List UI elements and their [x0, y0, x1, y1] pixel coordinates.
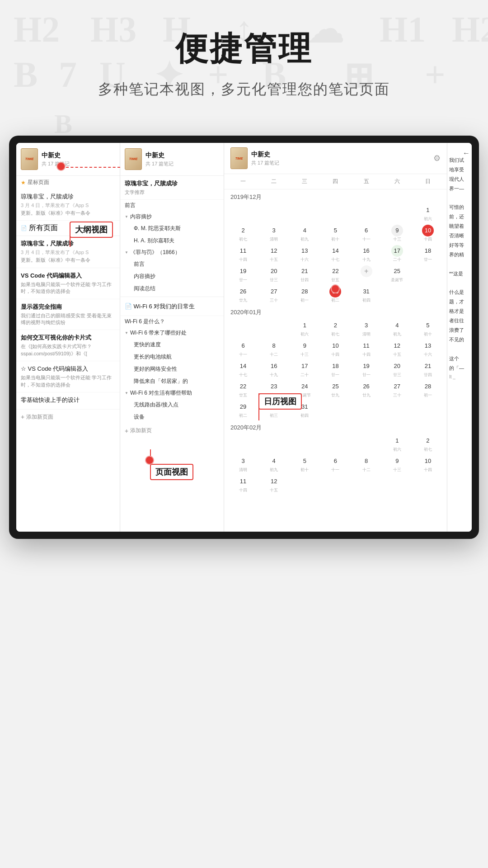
cal-cell[interactable]: 5初十 — [289, 454, 320, 474]
list-item[interactable]: VS Code 代码编辑器入 如果当电脑只能装一个软件还能 学习工作时，不知道你… — [16, 268, 120, 299]
cal-cell[interactable]: 12十五 — [258, 244, 289, 264]
cal-cell[interactable]: 18廿一 — [413, 244, 443, 264]
list-item-title: 零基础快读上手的设计 — [21, 396, 115, 404]
triangle-icon: ▼ — [125, 391, 128, 395]
weekday-sat: 六 — [382, 176, 413, 187]
cal-cell[interactable]: 27三十 — [382, 379, 413, 400]
cal-cell[interactable]: 3清明 — [228, 454, 258, 474]
outline-wifi3: ▼ Wi-Fi 6 对生活有哪些帮助 — [120, 387, 224, 399]
outline-item: 更长的电池续航 — [120, 351, 224, 363]
cal-cell[interactable]: 28初一 — [289, 284, 320, 305]
cal-cell[interactable]: 11十四 — [228, 474, 258, 495]
cal-cell[interactable]: 8十二 — [258, 339, 289, 359]
cal-grid-feb: 1初六 2初七 3清明 4初九 5初十 6十一 8十二 9十三 10十四 11十… — [224, 434, 447, 495]
cal-cell[interactable]: 12十五 — [382, 339, 413, 359]
cal-cell[interactable]: 19廿一 — [351, 359, 382, 379]
cal-cell[interactable]: 25廿九 — [320, 379, 351, 400]
cal-cell — [351, 203, 382, 223]
cal-cell[interactable]: 17二十 — [382, 244, 413, 264]
cal-cell[interactable]: 8十二 — [351, 454, 382, 474]
list-item[interactable]: 零基础快读上手的设计 — [16, 392, 120, 410]
list-item[interactable]: 琼瑰非宝，尺牍成珍 3 月 4 日，苹果发布了《App S 更新。新版《标准》中… — [16, 189, 120, 221]
device-mockup: TIME 中新史 共 17 篇笔记 ★ 星标页面 — [9, 136, 479, 539]
cal-cell[interactable]: 30 初二 — [320, 284, 351, 305]
cal-add-cell[interactable]: + — [351, 264, 382, 284]
wifi-section-title: 📄 Wi-Fi 6 对我们的日常生 — [120, 299, 224, 316]
list-item-excerpt: 我们通过自己的眼睛感受实世 受着毫无束缚的视野与绚烂缤纷 — [21, 312, 115, 326]
cal-add-btn[interactable]: + — [361, 265, 372, 277]
cal-cell[interactable]: 27三十 — [258, 284, 289, 305]
cal-cell[interactable]: 26廿九 — [351, 379, 382, 400]
cal-cell[interactable]: 25圣诞节 — [382, 264, 413, 284]
panel-reading: ← 我们试 地享受 现代人 界一— 可惜的 前，还 眺望着 否清晰 好等等 界的… — [447, 143, 472, 532]
cal-cell[interactable]: 28初一 — [413, 379, 443, 400]
notebook-name-list: 中新史 — [42, 151, 70, 160]
list-item-title: 显示器完全指南 — [21, 303, 115, 311]
cal-cell[interactable]: 20廿三 — [258, 264, 289, 284]
cal-cell[interactable]: 20廿三 — [382, 359, 413, 379]
cal-cell[interactable]: 16十九 — [258, 359, 289, 379]
cal-cell[interactable]: 22廿五 — [320, 264, 351, 284]
cal-cell[interactable]: 11十四 — [351, 339, 382, 359]
cal-cell[interactable]: 6十一 — [228, 339, 258, 359]
add-icon: + — [125, 427, 128, 434]
cal-cell[interactable]: 31初四 — [351, 284, 382, 305]
cal-cell[interactable]: 1初六 — [413, 203, 443, 223]
cal-cell[interactable]: 17二十 — [289, 359, 320, 379]
cal-cell — [289, 434, 320, 454]
cal-cell[interactable]: 11十四 — [228, 244, 258, 264]
cursor-dot-3 — [331, 284, 340, 293]
cal-cell[interactable]: 4初九 — [289, 223, 320, 244]
cal-cell[interactable]: 13十六 — [413, 339, 443, 359]
gear-icon[interactable]: ⚙ — [433, 153, 441, 163]
list-item[interactable]: 显示器完全指南 我们通过自己的眼睛感受实世 受着毫无束缚的视野与绚烂缤纷 — [16, 299, 120, 330]
cal-cell[interactable]: 9十三 — [289, 339, 320, 359]
cal-cell[interactable]: 10十四 — [320, 339, 351, 359]
cal-cell[interactable]: 4初九 — [382, 318, 413, 339]
cal-cell — [228, 434, 258, 454]
cal-cell[interactable]: 5初十 — [320, 223, 351, 244]
weekday-thu: 四 — [320, 176, 351, 187]
list-item[interactable]: 琼瑰非宝，尺牍成珍 3 月 4 日，苹果发布了《App S 更新。新版《标准》中… — [16, 236, 120, 268]
panel-calendar: TIME 中新史 共 17 篇笔记 ⚙ 一 二 三 四 五 六 日 — [224, 143, 447, 532]
cal-cell[interactable]: 3清明 — [351, 318, 382, 339]
cal-cell[interactable]: 21廿四 — [413, 359, 443, 379]
outline-item: 更快的速度 — [120, 339, 224, 351]
cal-cell — [228, 318, 258, 339]
cal-cell[interactable]: 22廿五 — [228, 379, 258, 400]
cal-cell[interactable]: 6十一 — [351, 223, 382, 244]
cal-cell[interactable]: 10十四 — [413, 454, 443, 474]
cal-cell[interactable]: 9十三 — [382, 454, 413, 474]
list-item[interactable]: 如何交互可视化你的卡片式 在《[如何高效实践卡片式写作？ sspai.com/p… — [16, 330, 120, 361]
cal-cell[interactable]: 2初七 — [413, 434, 443, 454]
add-page-row-1[interactable]: + 添加新页面 — [16, 410, 120, 425]
cal-cell[interactable]: 6十一 — [320, 454, 351, 474]
star-icon: ★ — [21, 179, 26, 186]
weekday-mon: 一 — [228, 176, 258, 187]
cal-cell[interactable]: 16十九 — [351, 244, 382, 264]
cal-cell[interactable]: 12十五 — [258, 474, 289, 495]
cal-cell[interactable]: 2初七 — [228, 223, 258, 244]
cal-cell[interactable]: 13十六 — [289, 244, 320, 264]
cal-cell[interactable]: 29初二 — [228, 400, 258, 420]
list-item[interactable]: ☆ VS Code 代码编辑器入 如果当电脑只能装一个软件还能 学习工作时，不知… — [16, 361, 120, 392]
cal-cell[interactable]: 14十七 — [228, 359, 258, 379]
outline-wifi2: ▼ Wi-Fi 6 带来了哪些好处 — [120, 327, 224, 339]
cal-cell[interactable]: 4初九 — [258, 454, 289, 474]
cal-cell[interactable]: 10十四 — [413, 223, 443, 244]
back-arrow[interactable]: ← — [463, 146, 470, 160]
cal-cell[interactable]: 19廿一 — [228, 264, 258, 284]
cal-grid-dec: 1初六 2初七 3清明 4初九 5初十 6十一 9十三 10十四 11十四 12… — [224, 203, 447, 305]
cal-cell[interactable]: 1初六 — [289, 318, 320, 339]
cal-cell[interactable]: 26廿九 — [228, 284, 258, 305]
cal-cell[interactable]: 1初六 — [382, 434, 413, 454]
cal-cell[interactable]: 9十三 — [382, 223, 413, 244]
add-page-row-2[interactable]: + 添加新页 — [120, 423, 224, 438]
cal-cell[interactable]: 14十七 — [320, 244, 351, 264]
outline-item: Н. А. 别尔嘉耶夫 — [120, 235, 224, 247]
cal-cell[interactable]: 3清明 — [258, 223, 289, 244]
cal-cell[interactable]: 2初七 — [320, 318, 351, 339]
cal-cell[interactable]: 5初十 — [413, 318, 443, 339]
cal-cell[interactable]: 21廿四 — [289, 264, 320, 284]
cal-cell[interactable]: 18廿一 — [320, 359, 351, 379]
